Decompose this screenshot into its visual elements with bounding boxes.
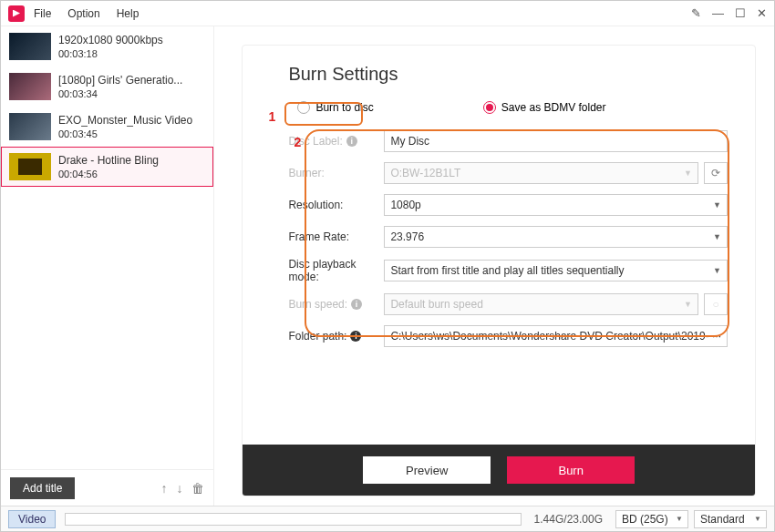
disc-usage-text: 1.44G/23.00G (534, 513, 603, 526)
menu-file[interactable]: File (34, 7, 51, 20)
label-frame-rate: Frame Rate: (288, 230, 384, 243)
annotation-1: 1 (268, 109, 275, 124)
item-duration: 00:03:45 (58, 128, 192, 139)
burn-button[interactable]: Burn (507, 456, 635, 484)
maximize-icon[interactable]: ☐ (735, 6, 746, 20)
info-icon[interactable]: i (346, 136, 357, 147)
item-title: EXO_Monster_Music Video (58, 114, 192, 127)
feedback-icon[interactable]: ✎ (691, 6, 701, 20)
move-up-icon[interactable]: ↑ (160, 481, 167, 496)
item-duration: 00:03:18 (58, 48, 163, 59)
statusbar: Video 1.44G/23.00G BD (25G) Standard (1, 506, 774, 531)
delete-icon[interactable]: 🗑 (191, 481, 204, 496)
burn-speed-refresh: ○ (704, 293, 728, 315)
radio-label: Save as BDMV folder (501, 101, 606, 114)
radio-icon (483, 101, 496, 114)
burn-speed-select: Default burn speed▼ (384, 293, 698, 315)
thumbnail (9, 73, 51, 100)
folder-path-input[interactable]: C:\Users\ws\Documents\Wondershare DVD Cr… (384, 325, 728, 347)
minimize-icon[interactable]: ― (712, 6, 724, 20)
disc-type-select[interactable]: BD (25G) (615, 510, 688, 528)
disc-usage-bar (65, 513, 521, 526)
menu-option[interactable]: Option (67, 7, 99, 20)
radio-label: Burn to disc (315, 101, 373, 114)
item-title: Drake - Hotline Bling (58, 154, 159, 167)
status-video-label: Video (8, 510, 56, 528)
list-item[interactable]: [1080p] Girls' Generatio... 00:03:34 (1, 66, 213, 107)
burner-select: O:BW-12B1LT▼ (384, 162, 698, 184)
sidebar: 1920x1080 9000kbps 00:03:18 [1080p] Girl… (1, 26, 214, 506)
thumbnail (9, 153, 51, 180)
refresh-icon: ⟳ (711, 167, 720, 179)
radio-save-bdmv[interactable]: Save as BDMV folder (483, 101, 606, 114)
label-burn-speed: Burn speed:i (288, 298, 384, 311)
burn-settings-panel: 1 2 Burn Settings Burn to disc Save as B… (242, 45, 756, 496)
menu-help[interactable]: Help (117, 7, 140, 20)
thumbnail (9, 113, 51, 140)
info-icon[interactable]: i (350, 331, 361, 342)
radio-burn-to-disc[interactable]: Burn to disc (297, 101, 373, 114)
resolution-select[interactable]: 1080p▼ (384, 194, 728, 216)
refresh-button[interactable]: ⟳ (704, 162, 728, 184)
circle-icon: ○ (712, 298, 718, 311)
preview-button[interactable]: Preview (363, 456, 491, 484)
playback-mode-select[interactable]: Start from first title and play all titl… (384, 260, 728, 281)
item-duration: 00:04:56 (58, 169, 159, 179)
titlebar: File Option Help ✎ ― ☐ ✕ (1, 1, 774, 26)
frame-rate-select[interactable]: 23.976▼ (384, 226, 728, 248)
label-folder-path: Folder path:i (288, 330, 384, 343)
add-title-button[interactable]: Add title (10, 477, 75, 499)
thumbnail (9, 33, 51, 60)
item-title: 1920x1080 9000kbps (58, 34, 163, 46)
list-item[interactable]: Drake - Hotline Bling 00:04:56 (1, 147, 213, 187)
label-resolution: Resolution: (288, 199, 384, 211)
item-duration: 00:03:34 (58, 88, 182, 99)
label-disc-label: Disc Label:i (288, 135, 384, 148)
radio-icon (297, 101, 310, 114)
quality-select[interactable]: Standard (694, 510, 767, 528)
app-logo (8, 5, 25, 22)
move-down-icon[interactable]: ↓ (176, 481, 182, 496)
annotation-2: 2 (294, 135, 301, 149)
panel-title: Burn Settings (288, 64, 728, 85)
list-item[interactable]: EXO_Monster_Music Video 00:03:45 (1, 107, 213, 147)
label-burner: Burner: (288, 167, 384, 179)
list-item[interactable]: 1920x1080 9000kbps 00:03:18 (1, 26, 213, 66)
disc-label-input[interactable]: My Disc (384, 130, 728, 152)
close-icon[interactable]: ✕ (757, 6, 767, 20)
item-title: [1080p] Girls' Generatio... (58, 74, 182, 87)
label-playback-mode: Disc playback mode: (288, 258, 384, 283)
info-icon[interactable]: i (351, 299, 362, 310)
